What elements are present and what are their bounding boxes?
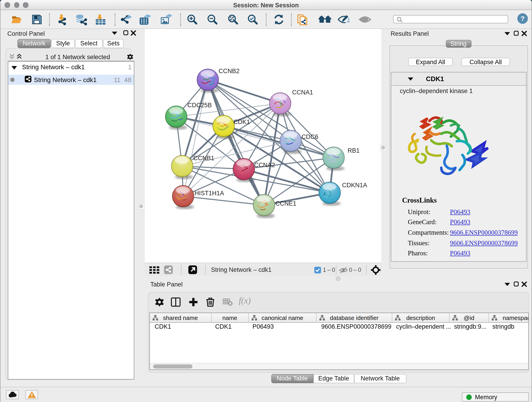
svg-text:CCNA1: CCNA1	[292, 89, 313, 96]
svg-text:CCNA2: CCNA2	[254, 162, 275, 168]
svg-text:CDC25B: CDC25B	[187, 102, 212, 109]
svg-text:RB1: RB1	[347, 147, 360, 154]
svg-text:CCNE1: CCNE1	[275, 200, 296, 207]
svg-text:HIST1H1A: HIST1H1A	[194, 190, 224, 197]
svg-text:CDC6: CDC6	[301, 133, 318, 140]
svg-text:?: ?	[520, 14, 525, 22]
svg-text:CDKN1A: CDKN1A	[342, 182, 367, 189]
svg-text:CDK1: CDK1	[233, 119, 250, 125]
svg-text:CCNB2: CCNB2	[218, 68, 239, 75]
svg-text:CCNB1: CCNB1	[193, 155, 214, 162]
